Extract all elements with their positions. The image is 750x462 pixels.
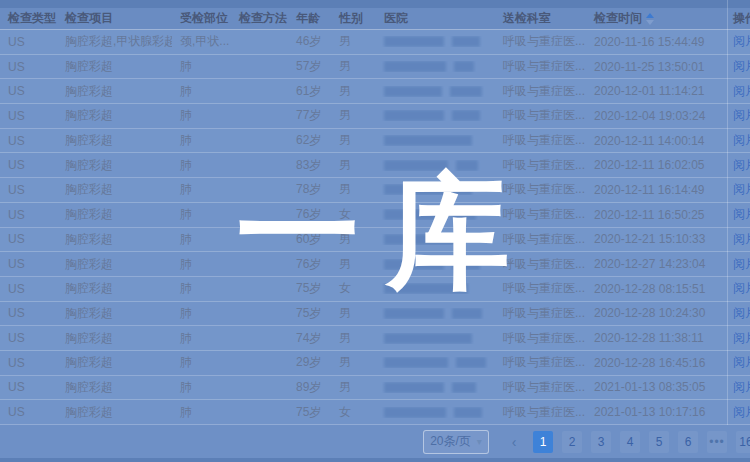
cell-body-part: 肺 bbox=[172, 305, 231, 322]
view-images-link[interactable]: 阅片 bbox=[725, 330, 750, 347]
cell-body-part: 肺 bbox=[172, 231, 231, 248]
cell-body-part: 肺 bbox=[172, 181, 231, 198]
cell-body-part: 肺 bbox=[172, 58, 231, 75]
page-button-4[interactable]: 4 bbox=[620, 431, 640, 453]
cell-department: 呼吸与重症医... bbox=[495, 354, 586, 371]
cell-department: 呼吸与重症医... bbox=[495, 33, 586, 50]
top-strip bbox=[0, 0, 750, 8]
view-images-link[interactable]: 阅片 bbox=[725, 132, 750, 149]
cell-age: 57岁 bbox=[288, 58, 331, 75]
table-row: US 胸腔彩超 肺 74岁 男 呼吸与重症医... 2020-12-28 11:… bbox=[0, 326, 750, 351]
last-page-button[interactable]: 16 bbox=[736, 431, 750, 453]
table-row: US 胸腔彩超 肺 75岁 女 呼吸与重症医... 2021-01-13 10:… bbox=[0, 400, 750, 425]
view-images-link[interactable]: 阅片 bbox=[725, 33, 750, 50]
cell-exam-time: 2021-01-13 10:17:16 bbox=[586, 405, 725, 419]
page-button-3[interactable]: 3 bbox=[591, 431, 611, 453]
cell-exam-type: US bbox=[0, 208, 57, 222]
cell-exam-item: 胸腔彩超 bbox=[57, 404, 172, 421]
cell-age: 75岁 bbox=[288, 280, 331, 297]
cell-department: 呼吸与重症医... bbox=[495, 132, 586, 149]
column-header-exam-item: 检查项目 bbox=[57, 10, 172, 27]
cell-hospital-redacted bbox=[376, 160, 495, 171]
cell-body-part: 肺 bbox=[172, 157, 231, 174]
cell-body-part: 颈,甲状... bbox=[172, 33, 231, 50]
exam-list-page: { "watermark": "一库", "table": { "columns… bbox=[0, 0, 750, 462]
cell-exam-type: US bbox=[0, 282, 57, 296]
cell-exam-item: 胸腔彩超 bbox=[57, 181, 172, 198]
cell-gender: 女 bbox=[331, 404, 376, 421]
cell-exam-time: 2020-12-27 14:23:04 bbox=[586, 257, 725, 271]
sort-caret-icon[interactable] bbox=[646, 13, 654, 25]
cell-age: 77岁 bbox=[288, 107, 331, 124]
table-row: US 胸腔彩超 肺 78岁 男 呼吸与重症医... 2020-12-11 16:… bbox=[0, 178, 750, 203]
cell-gender: 男 bbox=[331, 83, 376, 100]
cell-exam-item: 胸腔彩超 bbox=[57, 157, 172, 174]
cell-age: 78岁 bbox=[288, 181, 331, 198]
cell-exam-type: US bbox=[0, 257, 57, 271]
page-ellipsis[interactable]: ••• bbox=[707, 431, 727, 453]
column-header-exam-type: 检查类型 bbox=[0, 10, 57, 27]
cell-body-part: 肺 bbox=[172, 330, 231, 347]
prev-page-button[interactable]: ‹ bbox=[504, 431, 524, 453]
cell-exam-time: 2020-12-28 08:15:51 bbox=[586, 282, 725, 296]
column-header-department: 送检科室 bbox=[495, 10, 586, 27]
cell-exam-time: 2020-12-01 11:14:21 bbox=[586, 84, 725, 98]
view-images-link[interactable]: 阅片 bbox=[725, 58, 750, 75]
cell-exam-item: 胸腔彩超,甲状腺彩超 bbox=[57, 33, 172, 50]
cell-department: 呼吸与重症医... bbox=[495, 157, 586, 174]
cell-exam-item: 胸腔彩超 bbox=[57, 58, 172, 75]
view-images-link[interactable]: 阅片 bbox=[725, 107, 750, 124]
cell-age: 61岁 bbox=[288, 83, 331, 100]
column-header-gender: 性别 bbox=[331, 10, 376, 27]
cell-gender: 男 bbox=[331, 330, 376, 347]
cell-body-part: 肺 bbox=[172, 107, 231, 124]
cell-age: 83岁 bbox=[288, 157, 331, 174]
page-button-5[interactable]: 5 bbox=[649, 431, 669, 453]
cell-age: 89岁 bbox=[288, 379, 331, 396]
cell-department: 呼吸与重症医... bbox=[495, 83, 586, 100]
cell-exam-type: US bbox=[0, 183, 57, 197]
cell-hospital-redacted bbox=[376, 234, 495, 245]
view-images-link[interactable]: 阅片 bbox=[725, 206, 750, 223]
view-images-link[interactable]: 阅片 bbox=[725, 157, 750, 174]
cell-exam-type: US bbox=[0, 35, 57, 49]
view-images-link[interactable]: 阅片 bbox=[725, 83, 750, 100]
cell-exam-time: 2020-12-28 16:45:16 bbox=[586, 356, 725, 370]
cell-gender: 男 bbox=[331, 305, 376, 322]
table-body: US 胸腔彩超,甲状腺彩超 颈,甲状... 46岁 男 呼吸与重症医... 20… bbox=[0, 30, 750, 425]
view-images-link[interactable]: 阅片 bbox=[725, 256, 750, 273]
cell-hospital-redacted bbox=[376, 36, 495, 47]
cell-hospital-redacted bbox=[376, 61, 495, 72]
cell-body-part: 肺 bbox=[172, 280, 231, 297]
cell-gender: 男 bbox=[331, 58, 376, 75]
page-button-1[interactable]: 1 bbox=[533, 431, 553, 453]
cell-exam-type: US bbox=[0, 306, 57, 320]
column-header-exam-time[interactable]: 检查时间 bbox=[586, 10, 725, 27]
cell-gender: 男 bbox=[331, 231, 376, 248]
cell-exam-item: 胸腔彩超 bbox=[57, 107, 172, 124]
cell-hospital-redacted bbox=[376, 110, 495, 121]
view-images-link[interactable]: 阅片 bbox=[725, 379, 750, 396]
cell-exam-item: 胸腔彩超 bbox=[57, 256, 172, 273]
view-images-link[interactable]: 阅片 bbox=[725, 305, 750, 322]
cell-hospital-redacted bbox=[376, 135, 495, 146]
page-size-select[interactable]: 20条/页 ▾ bbox=[423, 430, 489, 454]
bottom-strip bbox=[0, 458, 750, 462]
view-images-link[interactable]: 阅片 bbox=[725, 181, 750, 198]
cell-department: 呼吸与重症医... bbox=[495, 330, 586, 347]
cell-body-part: 肺 bbox=[172, 206, 231, 223]
cell-hospital-redacted bbox=[376, 357, 495, 368]
table-row: US 胸腔彩超 肺 83岁 男 呼吸与重症医... 2020-12-11 16:… bbox=[0, 153, 750, 178]
table-header: 检查类型 检查项目 受检部位 检查方法 年龄 性别 医院 送检科室 检查时间 操… bbox=[0, 8, 750, 30]
cell-exam-item: 胸腔彩超 bbox=[57, 83, 172, 100]
view-images-link[interactable]: 阅片 bbox=[725, 354, 750, 371]
view-images-link[interactable]: 阅片 bbox=[725, 231, 750, 248]
page-button-2[interactable]: 2 bbox=[562, 431, 582, 453]
page-button-6[interactable]: 6 bbox=[678, 431, 698, 453]
table-row: US 胸腔彩超,甲状腺彩超 颈,甲状... 46岁 男 呼吸与重症医... 20… bbox=[0, 30, 750, 55]
cell-hospital-redacted bbox=[376, 184, 495, 195]
view-images-link[interactable]: 阅片 bbox=[725, 404, 750, 421]
cell-exam-type: US bbox=[0, 109, 57, 123]
cell-body-part: 肺 bbox=[172, 132, 231, 149]
view-images-link[interactable]: 阅片 bbox=[725, 280, 750, 297]
